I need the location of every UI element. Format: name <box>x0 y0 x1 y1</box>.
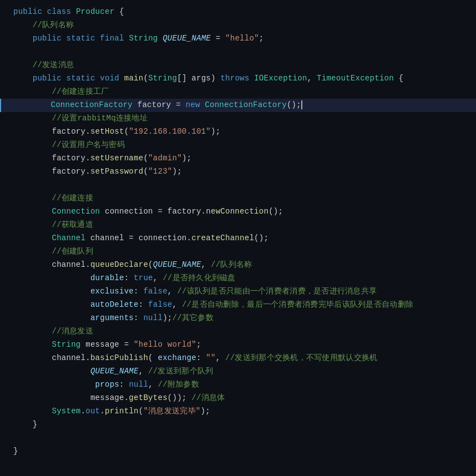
line-content <box>2 179 476 192</box>
token-plain: , <box>201 260 211 269</box>
token-class-name: System <box>52 407 80 416</box>
token-plain <box>95 34 100 43</box>
token-kw: new <box>186 100 200 109</box>
token-method: setHost <box>90 127 124 136</box>
token-plain: factory = <box>133 100 186 109</box>
token-plain: } <box>13 420 37 429</box>
token-plain <box>12 100 50 109</box>
token-comment: //队列名称 <box>211 260 252 269</box>
token-bool-val: false <box>148 300 172 309</box>
line-content: public static void main(String[] args) t… <box>2 72 476 85</box>
token-plain <box>13 234 52 242</box>
code-line: Channel channel = connection.createChann… <box>0 232 476 245</box>
token-plain: channel. <box>13 353 90 362</box>
token-plain: , <box>139 367 148 376</box>
token-plain <box>13 207 52 216</box>
code-line: public static final String QUEUE_NAME = … <box>0 32 476 45</box>
token-plain <box>13 287 90 296</box>
token-plain <box>13 87 52 96</box>
token-comment: //设置rabbitMq连接地址 <box>52 114 148 123</box>
token-comment: //是否持久化到磁盘 <box>163 274 236 282</box>
token-param-label: props <box>95 380 119 389</box>
token-param-label: exclusive <box>90 287 134 296</box>
token-plain <box>13 340 52 349</box>
code-line: message.getBytes()); //消息体 <box>0 392 476 405</box>
token-class-name: Producer <box>76 7 114 16</box>
token-comment: //创建连接 <box>52 194 93 202</box>
token-plain: ( <box>148 353 158 362</box>
token-const: QUEUE_NAME <box>90 367 139 376</box>
line-content: public class Producer { <box>2 6 476 19</box>
line-content: public static final String QUEUE_NAME = … <box>2 32 476 45</box>
line-content: durable: true, //是否持久化到磁盘 <box>2 272 476 285</box>
line-content <box>2 45 476 59</box>
line-content: //创建队列 <box>2 245 476 259</box>
code-line: factory.setUsername("admin"); <box>0 152 476 165</box>
line-content: message.getBytes()); //消息体 <box>2 392 476 405</box>
token-plain <box>42 7 47 16</box>
token-plain <box>13 247 52 256</box>
token-class-name: TimeoutException <box>317 74 394 83</box>
line-content: channel.basicPublish( exchange: "", //发送… <box>2 352 476 365</box>
token-comment: //创建连接工厂 <box>52 87 109 96</box>
token-plain <box>13 140 52 149</box>
line-content: } <box>2 445 476 458</box>
code-editor: public class Producer { //队列名称 public st… <box>0 0 476 476</box>
token-comment: //是否自动删除，最后一个消费者消费完毕后该队列是否自动删除 <box>182 300 413 309</box>
code-line: exclusive: false, //该队列是否只能由一个消费者消费，是否进行… <box>0 285 476 298</box>
token-plain <box>13 74 33 83</box>
token-class-name: String <box>129 34 158 43</box>
token-class-name: String <box>148 74 177 83</box>
code-line: factory.setPassword("123"); <box>0 165 476 179</box>
code-line: channel.queueDeclare(QUEUE_NAME, //队列名称 <box>0 259 476 272</box>
token-plain: ); <box>200 407 210 416</box>
code-line: } <box>0 418 476 432</box>
token-param-label: durable <box>90 274 124 282</box>
token-plain: channel. <box>13 260 90 269</box>
token-plain: = <box>211 34 225 43</box>
token-plain <box>71 7 76 16</box>
token-plain: ( <box>143 74 148 83</box>
line-content: //消息发送 <box>2 325 476 338</box>
line-content <box>2 432 476 445</box>
token-plain: (); <box>254 234 269 242</box>
code-line: Connection connection = factory.newConne… <box>0 205 476 219</box>
token-str: "hello" <box>225 34 259 43</box>
code-line: String message = "hello world"; <box>0 338 476 352</box>
token-plain: , <box>168 287 177 296</box>
token-class-name: Connection <box>52 207 100 216</box>
line-content: Connection connection = factory.newConne… <box>2 205 476 219</box>
token-plain: ( <box>143 167 148 176</box>
line-content: factory.setUsername("admin"); <box>2 152 476 165</box>
token-method: println <box>105 407 139 416</box>
code-line: arguments: null);//其它参数 <box>0 312 476 325</box>
token-plain: : <box>196 353 206 362</box>
token-str: "123" <box>148 167 172 176</box>
token-plain <box>249 74 254 83</box>
token-plain: . <box>100 407 105 416</box>
token-plain <box>13 194 52 202</box>
token-str: "192.168.100.101" <box>129 127 211 136</box>
token-param-label: exchange <box>158 353 196 362</box>
line-content: System.out.println("消息发送完毕"); <box>2 405 476 418</box>
token-str: "消息发送完毕" <box>143 407 200 416</box>
token-kw: public <box>13 7 42 16</box>
token-str: "" <box>206 353 215 362</box>
token-bool-val: null <box>129 380 148 389</box>
token-kw: public <box>33 74 62 83</box>
code-line: //创建队列 <box>0 245 476 259</box>
token-bool-val: false <box>143 287 167 296</box>
token-plain: : <box>119 380 129 389</box>
token-plain: : <box>134 287 143 296</box>
token-comment: //附加参数 <box>158 380 199 389</box>
token-kw: class <box>47 7 71 16</box>
token-comment: //设置用户名与密码 <box>52 140 125 149</box>
token-param-label: autoDelete <box>90 300 139 309</box>
token-plain: : <box>124 274 134 282</box>
token-plain <box>13 220 52 229</box>
token-plain: [] args) <box>177 74 220 83</box>
token-class-name: IOException <box>254 74 307 83</box>
token-plain: connection = factory. <box>100 207 206 216</box>
code-line: durable: true, //是否持久化到磁盘 <box>0 272 476 285</box>
code-line: channel.basicPublish( exchange: "", //发送… <box>0 352 476 365</box>
